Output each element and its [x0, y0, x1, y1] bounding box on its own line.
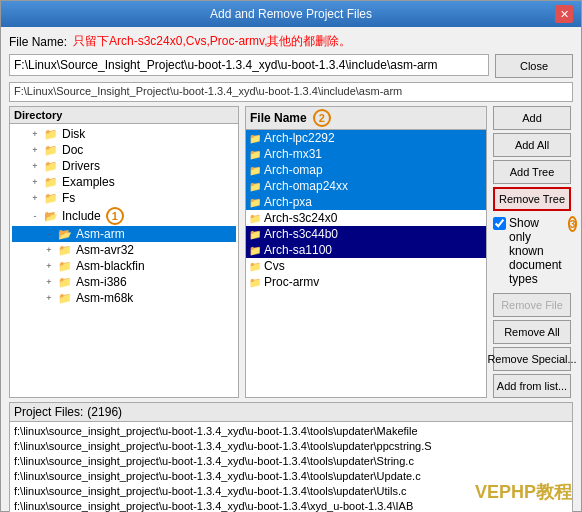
- expander-disk[interactable]: +: [28, 127, 42, 141]
- folder-icon-cvs: 📁: [249, 261, 261, 272]
- tree-label-include: Include: [62, 209, 101, 223]
- button-panel: Add Add All Add Tree Remove Tree Show on…: [493, 106, 573, 398]
- close-button[interactable]: Close: [495, 54, 573, 78]
- window-close-button[interactable]: ✕: [555, 5, 573, 23]
- watermark: VEPHP教程: [475, 480, 572, 504]
- show-known-types-checkbox[interactable]: [493, 217, 506, 230]
- add-from-list-button[interactable]: Add from list...: [493, 374, 571, 398]
- folder-icon-asm-arm: 📂: [58, 228, 72, 241]
- file-label-arch-pxa: Arch-pxa: [264, 195, 312, 209]
- folder-icon-examples: 📁: [44, 176, 58, 189]
- folder-icon-include: 📂: [44, 210, 58, 223]
- file-item-arch-sa1100[interactable]: 📁 Arch-sa1100: [246, 242, 486, 258]
- folder-icon-disk: 📁: [44, 128, 58, 141]
- folder-icon-proc-armv: 📁: [249, 277, 261, 288]
- expander-asm-i386[interactable]: +: [42, 275, 56, 289]
- show-known-types-label: Show only known document types: [509, 216, 562, 286]
- title-bar: Add and Remove Project Files ✕: [1, 1, 581, 27]
- tree-label-fs: Fs: [62, 191, 75, 205]
- file-item-arch-omap24xx[interactable]: 📁 Arch-omap24xx: [246, 178, 486, 194]
- expander-fs[interactable]: +: [28, 191, 42, 205]
- file-list[interactable]: 📁 Arch-lpc2292 📁 Arch-mx31 📁 Arch-omap 📁…: [246, 130, 486, 397]
- folder-icon-fs: 📁: [44, 192, 58, 205]
- folder-icon-arch-s3c24x0: 📁: [249, 213, 261, 224]
- file-label-arch-mx31: Arch-mx31: [264, 147, 322, 161]
- file-item-arch-omap[interactable]: 📁 Arch-omap: [246, 162, 486, 178]
- folder-icon-arch-s3c44b0: 📁: [249, 229, 261, 240]
- file-label-arch-s3c44b0: Arch-s3c44b0: [264, 227, 338, 241]
- show-known-types-row: Show only known document types 3: [493, 216, 573, 286]
- folder-icon-doc: 📁: [44, 144, 58, 157]
- file-label-arch-s3c24x0: Arch-s3c24x0: [264, 211, 337, 225]
- folder-icon-arch-omap24xx: 📁: [249, 181, 261, 192]
- badge-1: 1: [106, 207, 124, 225]
- tree-item-asm-m68k[interactable]: + 📁 Asm-m68k: [12, 290, 236, 306]
- expander-drivers[interactable]: +: [28, 159, 42, 173]
- tree-item-drivers[interactable]: + 📁 Drivers: [12, 158, 236, 174]
- tree-label-asm-i386: Asm-i386: [76, 275, 127, 289]
- tree-label-asm-arm: Asm-arm: [76, 227, 125, 241]
- tree-label-disk: Disk: [62, 127, 85, 141]
- remove-file-button[interactable]: Remove File: [493, 293, 571, 317]
- remove-tree-button[interactable]: Remove Tree: [493, 187, 571, 211]
- remove-special-button[interactable]: Remove Special...: [493, 347, 571, 371]
- file-item-arch-mx31[interactable]: 📁 Arch-mx31: [246, 146, 486, 162]
- tree-item-fs[interactable]: + 📁 Fs: [12, 190, 236, 206]
- filename-label: File Name:: [9, 35, 67, 49]
- file-item-cvs[interactable]: 📁 Cvs: [246, 258, 486, 274]
- project-files-count: (2196): [87, 405, 122, 419]
- expander-asm-avr32[interactable]: +: [42, 243, 56, 257]
- badge-3: 3: [568, 216, 578, 232]
- add-tree-button[interactable]: Add Tree: [493, 160, 571, 184]
- file-label-arch-lpc2292: Arch-lpc2292: [264, 131, 335, 145]
- expander-asm-arm[interactable]: -: [42, 227, 56, 241]
- tree-item-doc[interactable]: + 📁 Doc: [12, 142, 236, 158]
- folder-icon-arch-mx31: 📁: [249, 149, 261, 160]
- file-panel: File Name 2 📁 Arch-lpc2292 📁 Arch-mx31 📁…: [245, 106, 487, 398]
- remove-all-button[interactable]: Remove All: [493, 320, 571, 344]
- directory-tree[interactable]: + 📁 Disk + 📁 Doc + 📁: [10, 124, 238, 397]
- file-label-cvs: Cvs: [264, 259, 285, 273]
- tree-item-include[interactable]: - 📂 Include 1: [12, 206, 236, 226]
- tree-label-doc: Doc: [62, 143, 83, 157]
- path-display: F:\Linux\Source_Insight_Project\u-boot-1…: [9, 82, 573, 102]
- file-name-header: File Name 2: [246, 107, 486, 130]
- add-button[interactable]: Add: [493, 106, 571, 130]
- tree-item-asm-avr32[interactable]: + 📁 Asm-avr32: [12, 242, 236, 258]
- expander-asm-blackfin[interactable]: +: [42, 259, 56, 273]
- file-label-arch-omap24xx: Arch-omap24xx: [264, 179, 348, 193]
- tree-item-disk[interactable]: + 📁 Disk: [12, 126, 236, 142]
- tree-label-drivers: Drivers: [62, 159, 100, 173]
- panels-row: Directory + 📁 Disk + 📁 Doc: [9, 106, 573, 398]
- file-item-arch-pxa[interactable]: 📁 Arch-pxa: [246, 194, 486, 210]
- project-files-label: Project Files:: [14, 405, 83, 419]
- add-all-button[interactable]: Add All: [493, 133, 571, 157]
- folder-icon-drivers: 📁: [44, 160, 58, 173]
- file-item-arch-s3c24x0[interactable]: 📁 Arch-s3c24x0: [246, 210, 486, 226]
- filepath-row: Close: [9, 54, 573, 78]
- project-file-1: f:\linux\source_insight_project\u-boot-1…: [12, 439, 570, 454]
- folder-icon-asm-blackfin: 📁: [58, 260, 72, 273]
- tree-item-asm-i386[interactable]: + 📁 Asm-i386: [12, 274, 236, 290]
- filename-row: File Name: 只留下Arch-s3c24x0,Cvs,Proc-armv…: [9, 33, 573, 50]
- folder-icon-arch-lpc2292: 📁: [249, 133, 261, 144]
- file-item-arch-lpc2292[interactable]: 📁 Arch-lpc2292: [246, 130, 486, 146]
- file-item-proc-armv[interactable]: 📁 Proc-armv: [246, 274, 486, 290]
- file-item-arch-s3c44b0[interactable]: 📁 Arch-s3c44b0: [246, 226, 486, 242]
- tree-item-examples[interactable]: + 📁 Examples: [12, 174, 236, 190]
- folder-icon-arch-pxa: 📁: [249, 197, 261, 208]
- tree-label-asm-blackfin: Asm-blackfin: [76, 259, 145, 273]
- tree-item-asm-blackfin[interactable]: + 📁 Asm-blackfin: [12, 258, 236, 274]
- folder-icon-asm-avr32: 📁: [58, 244, 72, 257]
- expander-include[interactable]: -: [28, 209, 42, 223]
- folder-icon-arch-omap: 📁: [249, 165, 261, 176]
- expander-doc[interactable]: +: [28, 143, 42, 157]
- project-file-2: f:\linux\source_insight_project\u-boot-1…: [12, 454, 570, 469]
- filepath-input[interactable]: [9, 54, 489, 76]
- expander-examples[interactable]: +: [28, 175, 42, 189]
- expander-asm-m68k[interactable]: +: [42, 291, 56, 305]
- tree-item-asm-arm[interactable]: - 📂 Asm-arm: [12, 226, 236, 242]
- tree-label-asm-m68k: Asm-m68k: [76, 291, 133, 305]
- tree-label-examples: Examples: [62, 175, 115, 189]
- file-label-proc-armv: Proc-armv: [264, 275, 319, 289]
